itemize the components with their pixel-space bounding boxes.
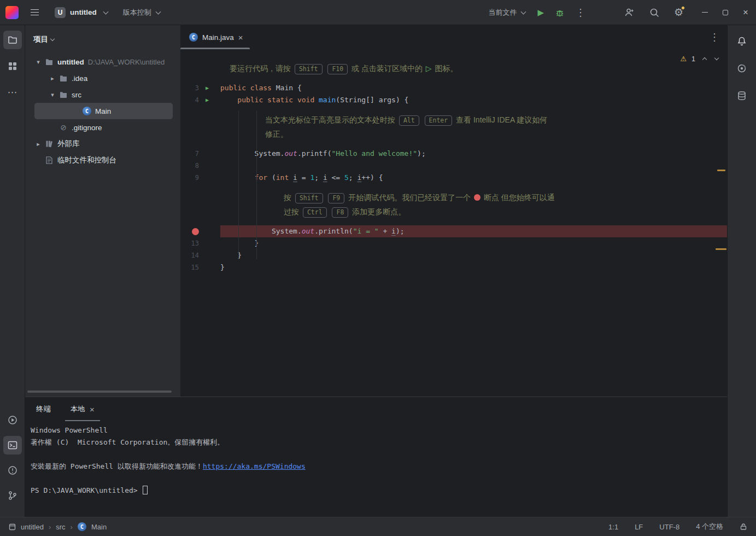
code-editor[interactable]: 要运行代码，请按 Shift F10 或 点击装订区域中的 ▷ 图标。3▶pub…: [180, 49, 727, 397]
run-configuration-label: 当前文件: [488, 8, 517, 18]
tree-chevron-icon[interactable]: ▾: [33, 59, 44, 66]
maximize-button[interactable]: [723, 10, 728, 15]
search-everywhere-button[interactable]: [649, 7, 660, 18]
line-separator-widget[interactable]: LF: [635, 523, 643, 531]
inspections-widget[interactable]: ⚠ 1: [680, 55, 719, 63]
code-token: public: [220, 84, 246, 92]
problems-tool-window-button[interactable]: [3, 461, 22, 480]
code-token: .printf(: [297, 149, 332, 158]
notifications-button[interactable]: [732, 32, 751, 50]
run-configuration-selector[interactable]: 当前文件: [488, 8, 526, 18]
code-text[interactable]: [220, 160, 727, 172]
close-icon[interactable]: ×: [90, 405, 95, 413]
tree-item-idea-folder[interactable]: ▸.idea: [25, 70, 173, 86]
breadcrumb-main[interactable]: Main: [91, 523, 107, 531]
settings-button[interactable]: ⚙: [674, 7, 683, 18]
tree-item-scratches[interactable]: 临时文件和控制台: [25, 152, 173, 168]
code-text[interactable]: }: [220, 249, 727, 261]
code-token: public: [237, 96, 263, 104]
terminal-tool-window-button[interactable]: [3, 436, 22, 455]
terminal-tab-local[interactable]: 本地 ×: [65, 397, 100, 421]
code-text[interactable]: for (int i = 1; i <= 5; i++) {: [220, 172, 727, 184]
ignored-icon: ⊘: [58, 123, 69, 132]
code-text[interactable]: System.out.printf("Hello and welcome!");: [220, 148, 727, 160]
vcs-widget[interactable]: 版本控制: [123, 8, 161, 18]
tab-options-button[interactable]: ⋮: [710, 31, 719, 43]
code-token: static: [267, 96, 293, 104]
breadcrumb-project[interactable]: untitled: [21, 523, 44, 531]
next-problem-button[interactable]: [714, 56, 719, 60]
indent-widget[interactable]: 4 个空格: [696, 522, 723, 532]
line-number[interactable]: 14: [180, 249, 199, 261]
more-tool-windows-button[interactable]: ⋯: [3, 83, 22, 102]
structure-tool-window-button[interactable]: [3, 57, 22, 75]
database-button[interactable]: [732, 86, 751, 105]
tree-item-external-libraries[interactable]: ▸外部库: [25, 136, 173, 152]
tree-chevron-icon[interactable]: ▸: [47, 75, 58, 82]
caret-position-widget[interactable]: 1:1: [608, 523, 618, 531]
debug-button[interactable]: [555, 8, 565, 18]
line-number[interactable]: 8: [180, 160, 199, 172]
line-number[interactable]: 15: [180, 261, 199, 273]
horizontal-scrollbar[interactable]: [27, 391, 172, 393]
tree-item-project-root[interactable]: ▾untitledD:\JAVA_WORK\untitled: [25, 54, 173, 70]
line-number[interactable]: 4: [180, 94, 199, 106]
editor-gutter: 14: [180, 249, 220, 261]
code-text[interactable]: public static void main(String[] args) {: [220, 94, 727, 106]
code-text[interactable]: System.out.println("i = " + i);: [220, 225, 727, 237]
terminal-output[interactable]: Windows PowerShell著作權 (C) Microsoft Corp…: [25, 421, 727, 497]
ai-assistant-button[interactable]: [732, 59, 751, 78]
minimize-button[interactable]: [702, 12, 708, 13]
breakpoint-dot[interactable]: [192, 228, 199, 235]
code-token: (String[] args) {: [336, 96, 408, 104]
terminal-link[interactable]: https://aka.ms/PSWindows: [203, 462, 306, 470]
close-button[interactable]: ×: [743, 8, 748, 17]
line-number[interactable]: 13: [180, 237, 199, 249]
line-number[interactable]: [180, 228, 199, 235]
previous-problem-button[interactable]: [702, 57, 707, 62]
code-token: "Hello and welcome!": [332, 149, 418, 158]
run-tool-window-button[interactable]: [3, 411, 22, 429]
project-tool-window-button[interactable]: [3, 31, 22, 49]
run-button[interactable]: ▶: [537, 8, 544, 18]
code-text[interactable]: }: [220, 237, 727, 249]
line-number[interactable]: 9: [180, 172, 199, 184]
tree-item-main-class[interactable]: CMain: [34, 103, 173, 119]
code-with-me-button[interactable]: [624, 7, 635, 18]
git-branch-icon: [7, 490, 18, 501]
scrollbar-warning-mark[interactable]: [717, 170, 725, 171]
title-bar-actions: ⚙: [624, 7, 683, 18]
file-encoding-widget[interactable]: UTF-8: [659, 523, 679, 531]
breadcrumb-src[interactable]: src: [56, 523, 65, 531]
close-icon[interactable]: ×: [238, 33, 243, 42]
code-text[interactable]: public class Main {: [220, 82, 727, 94]
version-control-tool-window-button[interactable]: [3, 486, 22, 505]
main-menu-button[interactable]: [27, 5, 42, 20]
tab-main-java[interactable]: C Main.java ×: [180, 25, 250, 49]
code-token: );: [417, 149, 426, 158]
terminal-panel-title[interactable]: 终端: [36, 404, 51, 414]
run-gutter-icon[interactable]: ▶: [201, 94, 213, 106]
line-number[interactable]: 3: [180, 82, 199, 94]
code-token: System.: [220, 227, 302, 235]
project-widget[interactable]: U untitled: [51, 5, 112, 20]
run-gutter-icon[interactable]: ▶: [201, 82, 213, 94]
project-panel-header: 项目: [25, 25, 180, 54]
project-panel-title[interactable]: 项目: [33, 34, 48, 44]
lock-icon[interactable]: [740, 523, 747, 531]
tree-chevron-icon[interactable]: ▾: [47, 91, 58, 98]
hint-fragment: 要运行代码，请按: [230, 64, 293, 73]
search-icon: [649, 7, 660, 18]
tree-item-src-folder[interactable]: ▾src: [25, 86, 173, 103]
tree-item-gitignore[interactable]: ⊘.gitignore: [25, 119, 173, 136]
tree-chevron-icon[interactable]: ▸: [33, 141, 44, 148]
code-text[interactable]: }: [220, 261, 727, 273]
key-hint: F8: [332, 207, 348, 218]
scrollbar-warning-mark[interactable]: [716, 248, 726, 250]
bell-icon: [736, 36, 747, 46]
line-number[interactable]: 7: [180, 148, 199, 160]
hint-fragment: 当文本光标位于高亮显示的文本处时按: [265, 115, 397, 124]
more-actions-button[interactable]: ⋮: [576, 8, 585, 18]
hint-fragment: [324, 64, 326, 73]
run-toolbar: 当前文件 ▶ ⋮: [488, 8, 585, 18]
